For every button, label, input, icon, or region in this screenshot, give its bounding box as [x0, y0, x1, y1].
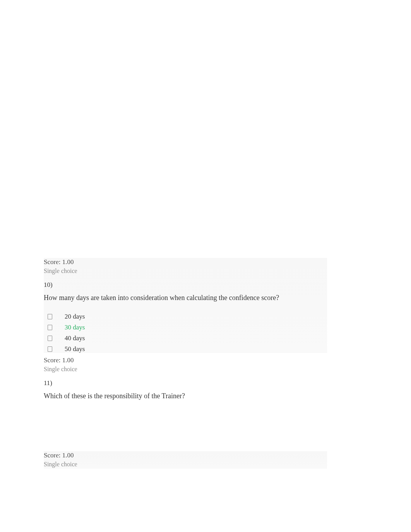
radio-icon[interactable] [48, 325, 52, 330]
radio-icon[interactable] [48, 314, 52, 319]
score-label: Score: 1.00 [44, 356, 327, 365]
option-label-correct: 30 days [65, 324, 85, 331]
question-block-next: Score: 1.00 Single choice [44, 451, 327, 469]
question-block-11: Score: 1.00 Single choice 11) Which of t… [44, 356, 327, 451]
option-label: 20 days [65, 313, 85, 321]
option-label: 50 days [65, 345, 85, 353]
options-area-blank [44, 401, 327, 451]
option-row: 50 days [48, 345, 327, 353]
score-label: Score: 1.00 [44, 451, 327, 460]
option-label: 40 days [65, 334, 85, 342]
options-list: 20 days 30 days 40 days 50 days [44, 313, 327, 353]
radio-icon[interactable] [48, 336, 52, 341]
question-type-label: Single choice [44, 365, 327, 373]
question-type-label: Single choice [44, 460, 327, 469]
score-label: Score: 1.00 [44, 258, 327, 266]
question-type-label: Single choice [44, 267, 327, 275]
question-text: Which of these is the responsibility of … [44, 391, 327, 401]
question-number: 10) [44, 281, 327, 289]
question-number: 11) [44, 379, 327, 387]
option-row: 40 days [48, 334, 327, 342]
question-text: How many days are taken into considerati… [44, 293, 327, 303]
question-block-10: Score: 1.00 Single choice 10) How many d… [44, 258, 327, 353]
option-row: 20 days [48, 313, 327, 321]
radio-icon[interactable] [48, 346, 52, 352]
option-row: 30 days [48, 324, 327, 331]
